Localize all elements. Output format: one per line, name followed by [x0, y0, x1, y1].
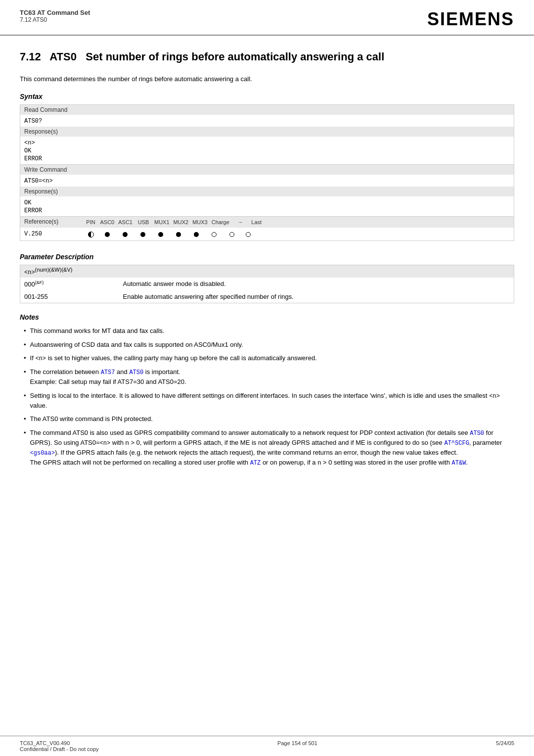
col-asc0: ASC0 — [98, 218, 117, 226]
note-item-4: Setting is local to the interface. It is… — [20, 391, 514, 411]
footer-doc-id: TC63_ATC_V00.490 — [20, 740, 99, 746]
note-text-3: The correlation between ATS7 and ATS0 is… — [30, 367, 514, 387]
mux3-icon — [194, 232, 199, 237]
notes-list: This command works for MT data and fax c… — [20, 326, 514, 468]
note-text-6: The command ATS0 is also used as GPRS co… — [30, 428, 514, 468]
syntax-title: Syntax — [20, 93, 514, 100]
param-value-1: 001-255 — [20, 290, 119, 303]
syntax-table: Read Command ATS0? Response(s) <n> OK ER… — [20, 104, 514, 241]
col-usb: USB — [134, 218, 152, 226]
read-command-label-row: Read Command — [20, 105, 514, 115]
note-item-5: The ATS0 write command is PIN protected. — [20, 414, 514, 424]
section-heading: 7.12 ATS0 Set number of rings before aut… — [20, 50, 514, 65]
read-responses-label-row: Response(s) — [20, 127, 514, 137]
page-header: TC63 AT Command Set 7.12 ATS0 SIEMENS — [0, 0, 534, 36]
footer-left: TC63_ATC_V00.490 Confidential / Draft - … — [20, 740, 99, 752]
write-responses-values: OK ERROR — [20, 196, 514, 217]
col-charge: Charge — [210, 218, 231, 226]
read-command-label: Read Command — [20, 105, 514, 115]
note-text-5: The ATS0 write command is PIN protected. — [30, 414, 514, 424]
write-command-label-row: Write Command — [20, 165, 514, 175]
col-asc1: ASC1 — [116, 218, 134, 226]
param-header-label: <n>(num)(&W)(&V) — [20, 265, 514, 278]
param-header-row: <n>(num)(&W)(&V) — [20, 265, 514, 278]
param-row-0: 000(&F) Automatic answer mode is disable… — [20, 278, 514, 290]
main-content: 7.12 ATS0 Set number of rings before aut… — [0, 36, 534, 491]
dot-charge — [205, 230, 223, 238]
section-title: Set number of rings before automatically… — [86, 50, 384, 63]
doc-title: TC63 AT Command Set — [20, 9, 90, 16]
read-command-value: ATS0? — [20, 115, 514, 127]
write-command-label: Write Command — [20, 165, 514, 175]
param-desc-0: Automatic answer mode is disabled. — [119, 278, 514, 290]
note-text-1: Autoanswering of CSD data and fax calls … — [30, 340, 514, 350]
dot-arrow — [223, 230, 241, 238]
charge-icon — [212, 232, 217, 237]
usb-icon — [140, 232, 145, 237]
param-value-0: 000(&F) — [20, 278, 119, 290]
param-desc-title: Parameter Description — [20, 253, 514, 261]
reference-value: V.250 — [20, 228, 80, 241]
siemens-logo: SIEMENS — [427, 9, 514, 30]
param-table: <n>(num)(&W)(&V) 000(&F) Automatic answe… — [20, 265, 514, 303]
note-item-1: Autoanswering of CSD data and fax calls … — [20, 340, 514, 350]
section-number: 7.12 — [20, 50, 41, 63]
section-command: ATS0 — [49, 50, 77, 63]
dot-mux3 — [187, 230, 205, 238]
notes-title: Notes — [20, 313, 514, 321]
dot-mux2 — [170, 230, 187, 238]
last-icon — [246, 232, 251, 237]
note-item-6: The command ATS0 is also used as GPRS co… — [20, 428, 514, 468]
mux2-icon — [176, 232, 181, 237]
reference-dots — [80, 228, 514, 241]
dot-mux1 — [152, 230, 170, 238]
mux1-icon — [158, 232, 163, 237]
col-mux1: MUX1 — [152, 218, 172, 226]
page-footer: TC63_ATC_V00.490 Confidential / Draft - … — [0, 736, 534, 756]
intro-text: This command determines the number of ri… — [20, 75, 514, 83]
param-row-1: 001-255 Enable automatic answering after… — [20, 290, 514, 303]
reference-label-row: Reference(s) PIN ASC0 ASC1 USB MUX1 MUX2… — [20, 217, 514, 228]
write-responses-label-row: Response(s) — [20, 187, 514, 196]
asc0-icon — [105, 232, 110, 237]
note-item-2: If <n> is set to higher values, the call… — [20, 353, 514, 363]
write-responses-label: Response(s) — [20, 187, 514, 196]
write-responses-row: OK ERROR — [20, 196, 514, 217]
param-desc-1: Enable automatic answering after specifi… — [119, 290, 514, 303]
note-text-2: If <n> is set to higher values, the call… — [30, 353, 514, 363]
footer-page: Page 154 of 501 — [277, 740, 317, 752]
dot-usb — [134, 230, 152, 238]
write-command-row: ATS0=<n> — [20, 175, 514, 187]
footer-confidential: Confidential / Draft - Do not copy — [20, 746, 99, 752]
header-left: TC63 AT Command Set 7.12 ATS0 — [20, 9, 90, 23]
section-ref: 7.12 ATS0 — [20, 16, 90, 23]
reference-columns-header: PIN ASC0 ASC1 USB MUX1 MUX2 MUX3 Charge … — [80, 217, 514, 228]
dot-asc1 — [116, 230, 134, 238]
reference-label: Reference(s) — [20, 217, 80, 228]
col-mux2: MUX2 — [172, 218, 191, 226]
note-item-0: This command works for MT data and fax c… — [20, 326, 514, 336]
note-text-0: This command works for MT data and fax c… — [30, 326, 514, 336]
col-last: Last — [249, 218, 264, 226]
col-pin: PIN — [84, 218, 98, 226]
read-command-row: ATS0? — [20, 115, 514, 127]
col-arrow: → — [231, 218, 249, 226]
read-responses-values: <n> OK ERROR — [20, 137, 514, 165]
footer-date: 5/24/05 — [496, 740, 514, 752]
arrow-dot-icon — [229, 232, 234, 237]
dot-pin — [84, 230, 98, 238]
dot-last — [241, 230, 256, 238]
pin-icon — [88, 232, 94, 237]
asc1-icon — [123, 232, 128, 237]
note-item-3: The correlation between ATS7 and ATS0 is… — [20, 367, 514, 387]
dot-asc0 — [98, 230, 116, 238]
note-text-4: Setting is local to the interface. It is… — [30, 391, 514, 411]
write-command-value: ATS0=<n> — [20, 175, 514, 187]
read-responses-label: Response(s) — [20, 127, 514, 137]
read-responses-row: <n> OK ERROR — [20, 137, 514, 165]
col-mux3: MUX3 — [190, 218, 210, 226]
reference-value-row: V.250 — [20, 228, 514, 241]
